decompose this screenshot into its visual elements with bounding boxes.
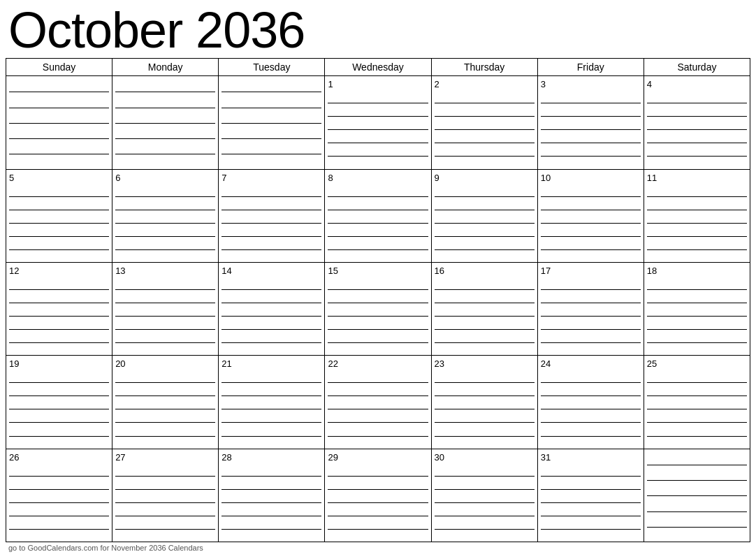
day-line: [328, 395, 428, 396]
day-header: Wednesday: [325, 59, 431, 75]
day-line: [435, 303, 535, 303]
day-line: [435, 316, 535, 317]
day-line: [435, 342, 535, 343]
day-line: [221, 436, 321, 437]
day-number: 24: [541, 358, 641, 369]
day-header: Tuesday: [219, 59, 325, 75]
day-line: [435, 409, 535, 409]
day-header: Sunday: [6, 59, 112, 75]
day-line: [221, 92, 321, 92]
day-number: 31: [541, 452, 641, 463]
day-line: [647, 196, 747, 197]
day-cell: 10: [538, 170, 644, 262]
day-line: [435, 422, 535, 423]
day-line: [221, 502, 321, 503]
day-lines: [541, 372, 641, 447]
day-line: [541, 303, 641, 303]
day-line: [541, 382, 641, 383]
day-number: 1: [328, 79, 428, 89]
day-line: [221, 476, 321, 477]
day-line: [647, 116, 747, 117]
day-lines: [328, 279, 428, 354]
day-line: [541, 529, 641, 530]
day-cell: 13: [112, 263, 219, 355]
day-line: [328, 249, 428, 250]
day-line: [115, 289, 215, 290]
day-line: [9, 249, 109, 250]
day-line: [221, 409, 321, 409]
day-cell: 25: [644, 356, 750, 448]
day-number: 12: [9, 266, 109, 276]
day-number: 20: [115, 358, 215, 369]
day-number: 19: [9, 358, 109, 369]
day-cell: 2: [432, 76, 538, 168]
day-cell: 29: [325, 449, 431, 542]
day-line: [647, 143, 747, 143]
day-header: Saturday: [644, 59, 750, 75]
day-cell: 12: [6, 263, 112, 355]
day-headers: SundayMondayTuesdayWednesdayThursdayFrid…: [6, 59, 750, 76]
day-line: [115, 92, 215, 92]
day-lines: [435, 186, 535, 261]
day-line: [9, 516, 109, 516]
day-header: Friday: [538, 59, 644, 75]
day-line: [435, 236, 535, 237]
day-line: [435, 103, 535, 103]
day-cell: 26: [6, 449, 112, 542]
day-line: [328, 289, 428, 290]
day-cell: 18: [644, 263, 750, 355]
day-line: [541, 329, 641, 330]
day-line: [9, 422, 109, 423]
day-line: [328, 236, 428, 237]
day-line: [328, 329, 428, 330]
day-line: [115, 223, 215, 224]
day-line: [9, 138, 109, 139]
day-cell: 3: [538, 76, 644, 168]
day-line: [328, 316, 428, 317]
day-lines: [541, 465, 641, 540]
day-header: Monday: [112, 59, 219, 75]
day-line: [221, 108, 321, 108]
day-line: [9, 329, 109, 330]
day-number: 7: [221, 173, 321, 183]
day-line: [647, 422, 747, 423]
day-line: [328, 196, 428, 197]
day-line: [9, 108, 109, 108]
day-line: [328, 342, 428, 343]
day-line: [647, 395, 747, 396]
day-lines: [9, 279, 109, 354]
day-line: [115, 210, 215, 210]
day-lines: [541, 186, 641, 261]
day-line: [221, 154, 321, 154]
day-line: [541, 249, 641, 250]
day-line: [647, 103, 747, 103]
day-lines: [328, 465, 428, 540]
day-number: 15: [328, 266, 428, 276]
day-number: 17: [541, 266, 641, 276]
day-line: [647, 303, 747, 303]
day-line: [115, 516, 215, 516]
day-cell: 16: [432, 263, 538, 355]
day-lines: [435, 279, 535, 354]
day-line: [541, 103, 641, 103]
day-lines: [647, 372, 747, 447]
day-line: [541, 156, 641, 157]
day-line: [115, 316, 215, 317]
day-lines: [541, 279, 641, 354]
day-line: [435, 502, 535, 503]
day-line: [647, 382, 747, 383]
day-line: [435, 382, 535, 383]
day-lines: [9, 465, 109, 540]
day-line: [435, 143, 535, 143]
day-line: [647, 249, 747, 250]
day-line: [115, 409, 215, 409]
day-line: [328, 422, 428, 423]
day-line: [328, 529, 428, 530]
day-line: [221, 382, 321, 383]
day-line: [541, 196, 641, 197]
day-line: [221, 223, 321, 224]
day-line: [9, 196, 109, 197]
day-line: [435, 223, 535, 224]
day-lines: [328, 92, 428, 167]
day-line: [647, 156, 747, 157]
